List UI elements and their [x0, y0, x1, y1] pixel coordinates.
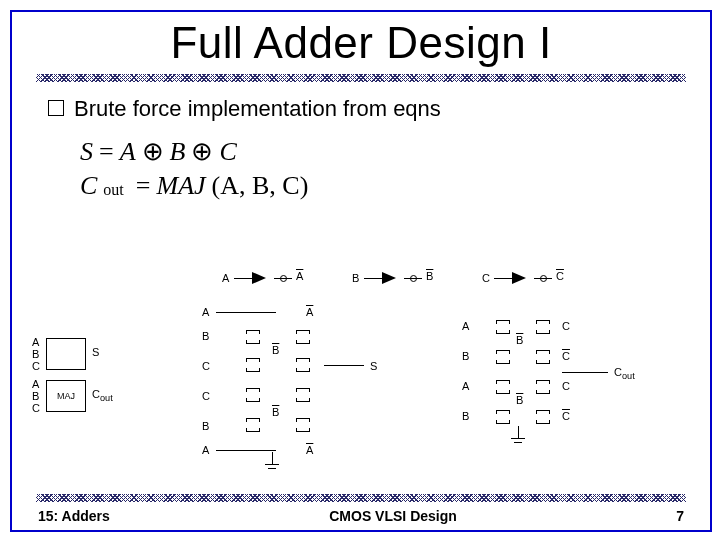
eqn-eq: = [99, 137, 114, 167]
label-B: B [32, 390, 39, 402]
inv-out-Abar: A [296, 270, 303, 282]
label-A: A [32, 336, 39, 348]
eqn-eq: = [136, 171, 151, 201]
eqn-maj: MAJ [156, 171, 205, 201]
net-label-S: S [370, 360, 377, 372]
inv-out-Cbar: C [556, 270, 564, 282]
inv-in-A: A [222, 272, 229, 284]
body-area: Brute force implementation from eqns S =… [12, 82, 710, 201]
net-label-Bbar: B [516, 394, 523, 406]
inverter-row: A A B B C C [222, 270, 612, 292]
transistor-icon [242, 420, 264, 430]
net-label-Abar: A [306, 444, 313, 456]
net-label-Cbar: C [562, 350, 570, 362]
bullet-item: Brute force implementation from eqns [48, 96, 674, 122]
transistor-icon [292, 360, 314, 370]
xor-gate-icon [46, 338, 86, 370]
net-label-C: C [202, 390, 210, 402]
net-label-Cout: Cout [614, 366, 635, 381]
inverter-icon [252, 272, 266, 284]
sum-network: A B C C B A B S B A A [202, 302, 422, 462]
eqn-sum-S: S [80, 137, 93, 167]
net-label-C: C [202, 360, 210, 372]
symbolic-block: A B C S A B C MAJ Cout [32, 320, 152, 420]
net-label-A: A [462, 320, 469, 332]
maj-gate-icon: MAJ [46, 380, 86, 412]
transistor-icon [532, 382, 554, 392]
net-label-B: B [462, 410, 469, 422]
transistor-icon [532, 352, 554, 362]
eqn-sum: S = A ⊕ B ⊕ C [80, 136, 674, 167]
net-label-Cbar: C [562, 410, 570, 422]
bullet-text: Brute force implementation from eqns [74, 96, 441, 122]
label-Cout: Cout [92, 388, 113, 403]
inverter-icon [382, 272, 396, 284]
inverter-icon [512, 272, 526, 284]
net-label-B: B [202, 420, 209, 432]
eqn-sum-C: C [219, 137, 236, 167]
net-label-Bbar: B [272, 406, 279, 418]
footer: 15: Adders CMOS VLSI Design 7 [12, 508, 710, 524]
transistor-icon [532, 322, 554, 332]
transistor-icon [492, 412, 514, 422]
xor-icon: ⊕ [191, 136, 213, 167]
transistor-icon [292, 390, 314, 400]
ground-icon [265, 464, 279, 474]
slide-frame: Full Adder Design I Brute force implemen… [10, 10, 712, 532]
net-label-C: C [562, 380, 570, 392]
transistor-icon [242, 390, 264, 400]
label-C: C [32, 402, 40, 414]
inv-out-Bbar: B [426, 270, 433, 282]
eqn-cout-C: C [80, 171, 97, 201]
net-label-Bbar: B [272, 344, 279, 356]
footer-left: 15: Adders [38, 508, 110, 524]
net-label-Abar: A [306, 306, 313, 318]
label-A: A [32, 378, 39, 390]
inv-in-B: B [352, 272, 359, 284]
inv-in-C: C [482, 272, 490, 284]
net-label-B: B [462, 350, 469, 362]
title-divider [36, 74, 686, 82]
label-C: C [32, 360, 40, 372]
transistor-icon [492, 322, 514, 332]
label-B: B [32, 348, 39, 360]
net-label-A: A [202, 306, 209, 318]
cout-network: A B A B B C C Cout B C C [462, 316, 672, 446]
transistor-icon [492, 382, 514, 392]
net-label-A: A [462, 380, 469, 392]
net-label-B: B [202, 330, 209, 342]
net-label-C: C [562, 320, 570, 332]
bullet-square-icon [48, 100, 64, 116]
transistor-icon [292, 420, 314, 430]
footer-center: CMOS VLSI Design [329, 508, 457, 524]
transistor-icon [242, 332, 264, 342]
eqn-cout-args: (A, B, C) [212, 171, 309, 201]
eqn-sum-B: B [170, 137, 186, 167]
ground-icon [511, 438, 525, 448]
net-label-A: A [202, 444, 209, 456]
eqn-sum-A: A [120, 137, 136, 167]
net-label-Bbar: B [516, 334, 523, 346]
label-S: S [92, 346, 99, 358]
transistor-icon [242, 360, 264, 370]
eqn-cout-sub: out [103, 181, 123, 199]
title-area: Full Adder Design I [12, 12, 710, 68]
transistor-icon [292, 332, 314, 342]
xor-icon: ⊕ [142, 136, 164, 167]
footer-divider [36, 494, 686, 502]
footer-page-number: 7 [676, 508, 684, 524]
equations: S = A ⊕ B ⊕ C Cout = MAJ(A, B, C) [80, 136, 674, 201]
eqn-cout: Cout = MAJ(A, B, C) [80, 171, 674, 201]
schematic-area: A B C S A B C MAJ Cout A A B B C [32, 270, 690, 470]
transistor-icon [532, 412, 554, 422]
slide-title: Full Adder Design I [170, 18, 551, 67]
transistor-icon [492, 352, 514, 362]
